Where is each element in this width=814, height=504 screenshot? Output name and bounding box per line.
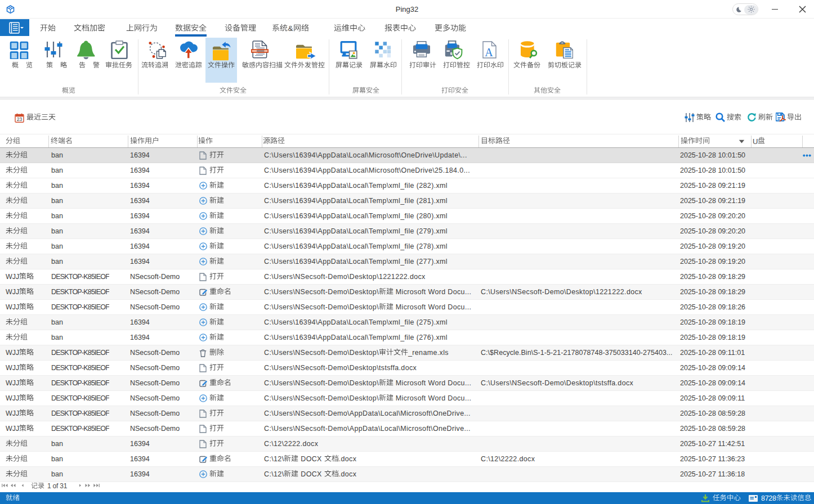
svg-text:A: A <box>485 46 493 58</box>
svg-text:23: 23 <box>17 116 23 122</box>
